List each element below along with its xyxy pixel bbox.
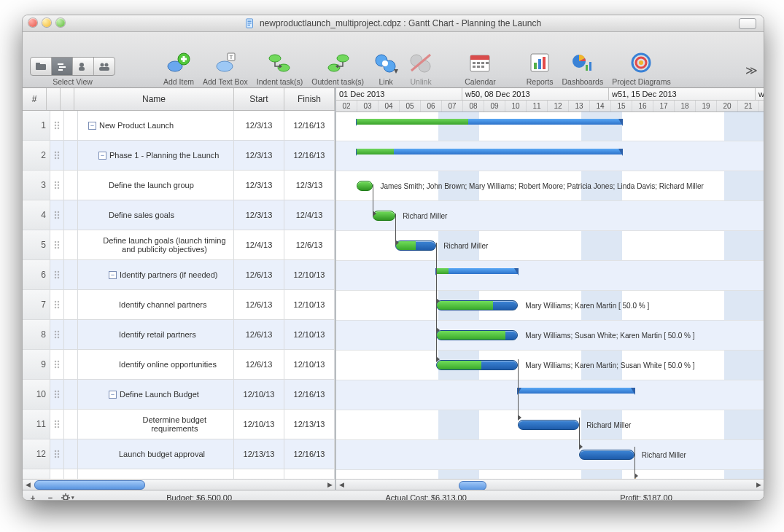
drag-handle-icon[interactable] (50, 320, 64, 349)
summary-bar[interactable] (357, 119, 622, 125)
table-row[interactable]: 1−New Product Launch12/3/1312/16/13 (23, 111, 335, 141)
drag-handle-icon[interactable] (50, 111, 64, 140)
start-cell[interactable]: 12/10/13 (234, 410, 284, 439)
start-cell[interactable]: 12/4/13 (234, 230, 284, 259)
drag-handle-icon[interactable] (50, 439, 64, 469)
finish-cell[interactable]: 12/10/13 (284, 350, 335, 379)
start-cell[interactable]: 12/3/13 (234, 141, 284, 170)
start-cell[interactable]: 12/6/13 (234, 260, 284, 289)
task-name-cell[interactable]: −New Product Launch (78, 111, 234, 140)
gantt-body[interactable]: James Smith; John Brown; Mary Williams; … (336, 112, 764, 490)
collapse-icon[interactable]: − (109, 271, 117, 279)
scroll-left-icon[interactable]: ◀ (336, 480, 346, 490)
settings-gear-icon[interactable]: ▾ (61, 492, 75, 501)
start-cell[interactable]: 12/6/13 (234, 290, 284, 319)
task-name-cell[interactable]: Determine budget requirements (78, 410, 234, 439)
task-name-cell[interactable]: Identify channel partners (78, 290, 234, 319)
link-button[interactable]: Link (373, 50, 399, 86)
table-row[interactable]: 3Define the launch group12/3/1312/3/13 (23, 171, 335, 200)
finish-cell[interactable]: 12/3/13 (284, 171, 335, 200)
col-finish[interactable]: Finish (284, 88, 335, 110)
view-team-icon[interactable] (94, 58, 115, 75)
drag-handle-icon[interactable] (50, 171, 64, 200)
scroll-right-icon[interactable]: ▶ (753, 480, 764, 490)
table-row[interactable]: 8Identify retail partners12/6/1312/10/13 (23, 320, 335, 350)
toolbar-toggle-button[interactable] (739, 18, 756, 29)
finish-cell[interactable]: 12/16/13 (284, 380, 335, 409)
task-name-cell[interactable]: −Identify partners (if needed) (78, 260, 234, 289)
collapse-icon[interactable]: − (88, 122, 96, 130)
start-cell[interactable]: 12/6/13 (234, 320, 284, 349)
task-bar[interactable] (357, 181, 373, 191)
finish-cell[interactable]: 12/16/13 (284, 111, 335, 140)
drag-handle-icon[interactable] (50, 410, 64, 439)
task-name-cell[interactable]: Launch budget approval (78, 439, 234, 469)
gantt-hscroll[interactable]: ◀ ▶ (336, 479, 764, 490)
close-window-button[interactable] (28, 18, 37, 27)
table-row[interactable]: 4Define sales goals12/3/1312/4/13 (23, 200, 335, 230)
task-bar[interactable] (579, 450, 634, 460)
drag-handle-icon[interactable] (50, 290, 64, 319)
task-name-cell[interactable]: Identify retail partners (78, 320, 234, 349)
minimize-window-button[interactable] (42, 18, 51, 27)
toolbar-overflow-button[interactable]: ≫ (745, 63, 758, 77)
drag-handle-icon[interactable] (50, 380, 64, 409)
col-info[interactable] (47, 88, 61, 110)
select-view-segmented[interactable] (30, 57, 115, 76)
start-cell[interactable]: 12/6/13 (234, 350, 284, 379)
project-diagrams-button[interactable]: Project Diagrams (612, 50, 671, 86)
table-row[interactable]: 10−Define Launch Budget12/10/1312/16/13 (23, 380, 335, 410)
add-item-button[interactable]: Add Item (163, 50, 194, 86)
table-row[interactable]: 11Determine budget requirements12/10/131… (23, 410, 335, 439)
drag-handle-icon[interactable] (50, 141, 64, 170)
dashboards-button[interactable]: Dashboards (562, 50, 604, 86)
start-cell[interactable]: 12/10/13 (234, 380, 284, 409)
start-cell[interactable]: 12/3/13 (234, 111, 284, 140)
finish-cell[interactable]: 12/10/13 (284, 320, 335, 349)
unlink-button[interactable]: Unlink (408, 50, 434, 86)
drag-handle-icon[interactable] (50, 350, 64, 379)
table-row[interactable]: 5Define launch goals (launch timing and … (23, 230, 335, 260)
add-text-box-button[interactable]: T Add Text Box (203, 50, 248, 86)
task-name-cell[interactable]: −Phase 1 - Planning the Launch (78, 141, 234, 170)
scroll-left-icon[interactable]: ◀ (23, 480, 33, 490)
drag-handle-icon[interactable] (50, 200, 64, 230)
finish-cell[interactable]: 12/16/13 (284, 439, 335, 469)
table-row[interactable]: 7Identify channel partners12/6/1312/10/1… (23, 290, 335, 320)
indent-task-button[interactable]: Indent task(s) (257, 50, 303, 86)
start-cell[interactable]: 12/3/13 (234, 200, 284, 230)
summary-bar[interactable] (436, 268, 518, 274)
finish-cell[interactable]: 12/4/13 (284, 200, 335, 230)
view-gantt-icon[interactable] (52, 58, 73, 75)
reports-button[interactable]: Reports (527, 50, 554, 86)
view-folder-icon[interactable] (31, 58, 52, 75)
collapse-icon[interactable]: − (98, 152, 106, 160)
table-row[interactable]: 2−Phase 1 - Planning the Launch12/3/1312… (23, 141, 335, 171)
task-name-cell[interactable]: Identify online opportunities (78, 350, 234, 379)
remove-row-button[interactable]: − (43, 492, 58, 501)
table-row[interactable]: 9Identify online opportunities12/6/1312/… (23, 350, 335, 380)
task-bar[interactable] (518, 420, 579, 430)
finish-cell[interactable]: 12/6/13 (284, 230, 335, 259)
zoom-window-button[interactable] (56, 18, 65, 27)
summary-bar[interactable] (357, 149, 622, 154)
col-number[interactable]: # (23, 88, 47, 110)
col-name[interactable]: Name (74, 88, 234, 110)
calendar-button[interactable]: Calendar (465, 50, 496, 86)
scroll-thumb[interactable] (34, 480, 145, 490)
view-resources-icon[interactable] (73, 58, 94, 75)
summary-bar[interactable] (518, 388, 634, 394)
task-bar[interactable] (436, 300, 518, 310)
table-hscroll[interactable]: ◀ ▶ (23, 479, 335, 490)
task-name-cell[interactable]: Define the launch group (78, 171, 234, 200)
task-bar[interactable] (395, 240, 436, 251)
task-name-cell[interactable]: −Define Launch Budget (78, 380, 234, 409)
table-row[interactable]: 12Launch budget approval12/13/1312/16/13 (23, 439, 335, 469)
scroll-right-icon[interactable]: ▶ (325, 480, 335, 490)
start-cell[interactable]: 12/3/13 (234, 171, 284, 200)
drag-handle-icon[interactable] (50, 260, 64, 289)
table-row[interactable]: 6−Identify partners (if needed)12/6/1312… (23, 260, 335, 290)
task-name-cell[interactable]: Define sales goals (78, 200, 234, 230)
finish-cell[interactable]: 12/10/13 (284, 260, 335, 289)
collapse-icon[interactable]: − (109, 391, 117, 399)
